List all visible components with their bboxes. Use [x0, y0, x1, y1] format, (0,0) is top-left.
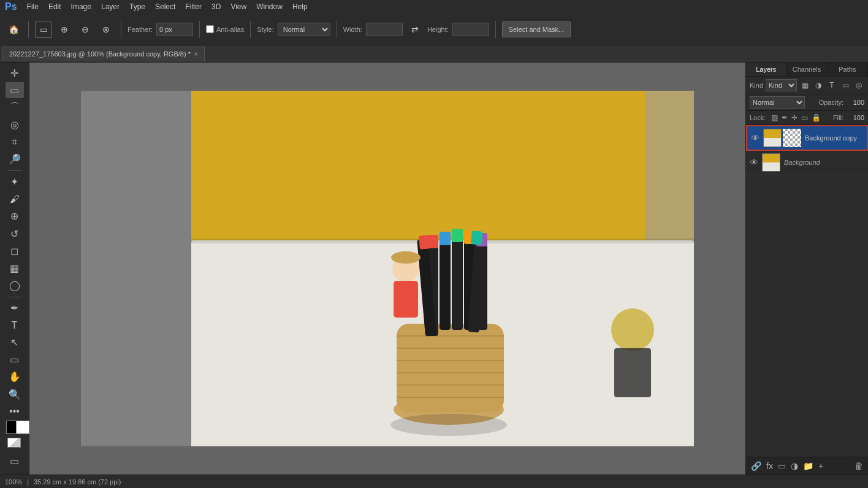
- eraser-tool[interactable]: ◻: [6, 243, 24, 259]
- channels-tab[interactable]: Channels: [786, 63, 827, 76]
- kind-select[interactable]: Kind: [766, 79, 797, 91]
- width-input[interactable]: [366, 23, 403, 36]
- style-label: Style:: [257, 26, 274, 33]
- background-color-swatch[interactable]: [16, 421, 29, 434]
- fill-label: Fill:: [833, 114, 843, 121]
- extra-tools-btn[interactable]: •••: [6, 403, 24, 419]
- history-brush-tool[interactable]: ↺: [6, 226, 24, 242]
- marquee-rect-btn[interactable]: ▭: [35, 21, 52, 38]
- move-tool[interactable]: ✛: [6, 65, 24, 81]
- lock-all-btn[interactable]: 🔒: [811, 113, 821, 123]
- quick-mask-btn[interactable]: [7, 438, 21, 448]
- anti-alias-checkbox[interactable]: [206, 25, 214, 33]
- quick-select-tool[interactable]: ◎: [6, 116, 24, 132]
- swap-dimensions-btn[interactable]: ⇄: [406, 21, 424, 38]
- lock-transparent-btn[interactable]: ▨: [771, 113, 779, 123]
- panel-tabs: Layers Channels Paths: [746, 63, 868, 77]
- layer-name-background-copy: Background copy: [805, 134, 863, 142]
- lasso-tool[interactable]: ⌒: [6, 99, 24, 115]
- menu-window[interactable]: Window: [256, 2, 283, 11]
- opacity-value: 100: [846, 99, 864, 106]
- marquee-subtract-btn[interactable]: ⊖: [77, 21, 94, 38]
- menu-image[interactable]: Image: [71, 2, 91, 11]
- menu-3d[interactable]: 3D: [211, 2, 221, 11]
- marquee-intersect-btn[interactable]: ⊗: [97, 21, 115, 38]
- screen-mode-btn[interactable]: ▭: [6, 454, 24, 470]
- filter-pixel-btn[interactable]: ▦: [799, 80, 810, 91]
- svg-rect-17: [452, 229, 463, 242]
- hand-tool[interactable]: ✋: [6, 369, 24, 385]
- link-layers-btn[interactable]: 🔗: [750, 460, 763, 472]
- marquee-option-btn[interactable]: ⊕: [56, 21, 73, 38]
- style-select[interactable]: Normal Fixed Ratio Fixed Size: [278, 23, 330, 36]
- lock-paint-btn[interactable]: ✒: [781, 113, 788, 123]
- fill-value: 100: [846, 114, 864, 121]
- height-input[interactable]: [452, 23, 489, 36]
- layer-thumb-bg-copy-mask: [783, 129, 801, 147]
- layer-item-background-copy[interactable]: 👁 Background copy: [746, 125, 868, 151]
- photo-canvas: [81, 91, 694, 446]
- filter-adjust-btn[interactable]: ◑: [813, 80, 824, 91]
- ps-logo[interactable]: Ps: [5, 1, 17, 12]
- tab-close-btn[interactable]: ×: [194, 51, 198, 58]
- menu-select[interactable]: Select: [155, 2, 175, 11]
- filter-shape-btn[interactable]: ▭: [840, 80, 851, 91]
- pen-tool[interactable]: ✒: [6, 300, 24, 316]
- home-button[interactable]: 🏠: [5, 21, 22, 38]
- separator-1: [28, 21, 29, 38]
- add-style-btn[interactable]: fx: [765, 460, 774, 472]
- opacity-label: Opacity:: [819, 99, 843, 106]
- zoom-level: 100%: [5, 478, 22, 486]
- marquee-tool[interactable]: ▭: [6, 82, 24, 98]
- menu-view[interactable]: View: [230, 2, 246, 11]
- lock-artboard-btn[interactable]: ▭: [801, 113, 809, 123]
- add-group-btn[interactable]: 📁: [802, 460, 815, 472]
- status-bar: 100% | 35.29 cm x 19.86 cm (72 ppi): [0, 475, 868, 488]
- menu-edit[interactable]: Edit: [48, 2, 61, 11]
- lock-position-btn[interactable]: ✛: [791, 113, 798, 123]
- tab-bar: 20221227_175603.jpg @ 100% (Background c…: [0, 45, 868, 63]
- layer-item-background[interactable]: 👁 Background: [746, 151, 868, 175]
- blend-opacity-row: Normal Multiply Screen Overlay Opacity: …: [746, 94, 868, 111]
- separator-4: [250, 21, 251, 38]
- brush-tool[interactable]: 🖌: [6, 191, 24, 207]
- menu-filter[interactable]: Filter: [185, 2, 202, 11]
- right-panel: Layers Channels Paths Kind Kind ▦ ◑ T ▭ …: [745, 63, 868, 475]
- lt-sep-2: [7, 297, 22, 297]
- svg-rect-23: [394, 281, 418, 318]
- paths-tab[interactable]: Paths: [828, 63, 868, 76]
- add-mask-btn[interactable]: ▭: [777, 460, 787, 472]
- blend-mode-select[interactable]: Normal Multiply Screen Overlay: [750, 96, 805, 109]
- menu-layer[interactable]: Layer: [101, 2, 120, 11]
- document-tab[interactable]: 20221227_175603.jpg @ 100% (Background c…: [2, 47, 205, 61]
- svg-point-25: [395, 251, 417, 259]
- width-label: Width:: [343, 26, 362, 33]
- tab-filename: 20221227_175603.jpg @ 100% (Background c…: [9, 50, 191, 58]
- new-layer-btn[interactable]: +: [817, 460, 824, 472]
- text-tool[interactable]: T: [6, 318, 24, 334]
- gradient-tool[interactable]: ▦: [6, 260, 24, 276]
- svg-rect-1: [397, 324, 504, 413]
- feather-input[interactable]: [156, 23, 193, 36]
- blur-tool[interactable]: ◯: [6, 277, 24, 293]
- add-adjustment-btn[interactable]: ◑: [790, 460, 799, 472]
- layers-tab[interactable]: Layers: [746, 63, 786, 76]
- path-select-tool[interactable]: ↖: [6, 335, 24, 351]
- clone-tool[interactable]: ⊕: [6, 208, 24, 224]
- select-mask-button[interactable]: Select and Mask...: [502, 21, 571, 37]
- filter-type-btn[interactable]: T: [826, 80, 837, 91]
- layer-vis-background[interactable]: 👁: [750, 158, 758, 167]
- svg-rect-28: [614, 348, 651, 397]
- delete-layer-btn[interactable]: 🗑: [853, 460, 864, 472]
- eyedropper-tool[interactable]: 🔎: [6, 151, 24, 167]
- anti-alias-label: Anti-alias: [206, 25, 244, 33]
- menu-help[interactable]: Help: [292, 2, 308, 11]
- spot-heal-tool[interactable]: ✦: [6, 174, 24, 190]
- zoom-tool[interactable]: 🔍: [6, 386, 24, 402]
- menu-type[interactable]: Type: [129, 2, 145, 11]
- layer-vis-background-copy[interactable]: 👁: [751, 133, 760, 143]
- shape-tool[interactable]: ▭: [6, 352, 24, 368]
- menu-file[interactable]: File: [27, 2, 39, 11]
- crop-tool[interactable]: ⌗: [6, 134, 24, 150]
- filter-smart-btn[interactable]: ◎: [853, 80, 864, 91]
